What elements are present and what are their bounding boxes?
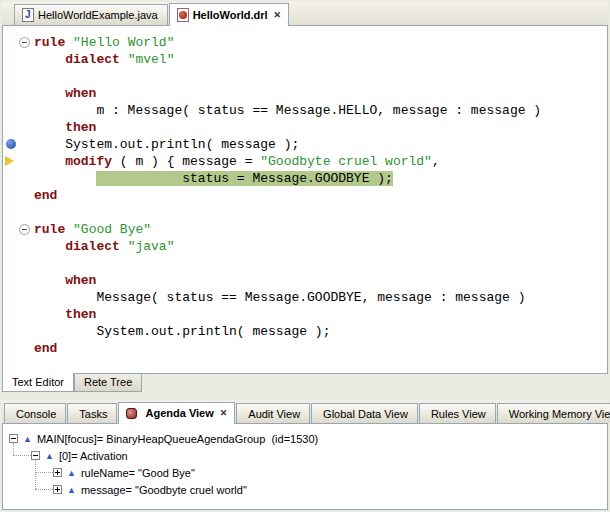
java-file-icon xyxy=(22,8,34,22)
code-token xyxy=(65,222,73,237)
code-token: m : Message( status == Message.HELLO, me… xyxy=(34,103,541,118)
code-token xyxy=(34,86,65,101)
view-tab-label: Global Data View xyxy=(323,408,408,420)
code-line-11[interactable] xyxy=(34,204,607,221)
view-tab-Working Memory View[interactable]: Working Memory View xyxy=(497,403,610,423)
keyword-token: rule xyxy=(34,35,65,50)
view-tab-Audit View[interactable]: Audit View xyxy=(236,403,310,423)
keyword-token: rule xyxy=(34,222,65,237)
code-token: Message( status == Message.GOODBYE, mess… xyxy=(34,290,525,305)
view-tab-bar: ConsoleTasksAgenda View✕Audit ViewGlobal… xyxy=(2,400,608,424)
editor-tab-label: HelloWorldExample.java xyxy=(38,9,158,21)
view-tab-label: Working Memory View xyxy=(509,408,610,420)
collapse-toggle-icon[interactable] xyxy=(19,37,30,48)
code-line-3[interactable] xyxy=(34,68,607,85)
code-line-15[interactable]: when xyxy=(34,272,607,289)
collapse-toggle-icon[interactable] xyxy=(19,224,30,235)
editor-tab-HelloWorld.drl[interactable]: HelloWorld.drl✕ xyxy=(169,3,290,25)
code-token: , xyxy=(432,154,440,169)
keyword-token: dialect xyxy=(65,239,120,254)
view-tab-Tasks[interactable]: Tasks xyxy=(67,403,117,423)
agenda-tree: ▲MAIN[focus]= BinaryHeapQueueAgendaGroup… xyxy=(2,424,608,510)
code-line-4[interactable]: when xyxy=(34,85,607,102)
expand-toggle-icon[interactable] xyxy=(53,468,62,477)
keyword-token: then xyxy=(65,120,96,135)
drl-file-icon xyxy=(177,8,189,22)
code-token: System.out.println( message ); xyxy=(34,137,299,152)
code-token xyxy=(120,52,128,67)
string-token: "java" xyxy=(128,239,175,254)
code-token xyxy=(34,239,65,254)
debug-current-line-arrow-icon xyxy=(5,156,14,166)
code-line-7[interactable]: System.out.println( message ); xyxy=(34,136,607,153)
view-tab-Global Data View[interactable]: Global Data View xyxy=(311,403,418,423)
code-line-12[interactable]: rule "Good Bye" xyxy=(34,221,607,238)
keyword-token: then xyxy=(65,307,96,322)
agenda-item-icon: ▲ xyxy=(67,468,76,478)
code-line-6[interactable]: then xyxy=(34,119,607,136)
collapse-toggle-icon[interactable] xyxy=(9,434,18,443)
tree-item-label: MAIN[focus]= BinaryHeapQueueAgendaGroup … xyxy=(37,433,318,445)
expand-toggle-icon[interactable] xyxy=(53,485,62,494)
code-area[interactable]: rule "Hello World" dialect "mvel" when m… xyxy=(32,26,607,373)
app-window: { "colors": { "keyword": "#7f1010", "str… xyxy=(0,0,610,512)
highlighted-token: status = Message.GOODBYE ); xyxy=(96,171,392,186)
tree-row-0[interactable]: ▲MAIN[focus]= BinaryHeapQueueAgendaGroup… xyxy=(3,430,607,447)
agenda-view-icon xyxy=(126,408,137,419)
view-tab-Rules View[interactable]: Rules View xyxy=(419,403,496,423)
code-line-17[interactable]: then xyxy=(34,306,607,323)
string-token: "Hello World" xyxy=(73,35,174,50)
agenda-item-icon: ▲ xyxy=(23,434,32,444)
code-line-13[interactable]: dialect "java" xyxy=(34,238,607,255)
collapse-toggle-icon[interactable] xyxy=(31,451,40,460)
code-token xyxy=(34,307,65,322)
keyword-token: end xyxy=(34,341,57,356)
string-token: "Good Bye" xyxy=(73,222,151,237)
agenda-item-icon: ▲ xyxy=(67,485,76,495)
view-tab-Console[interactable]: Console xyxy=(4,403,66,423)
view-tab-label: Rules View xyxy=(431,408,486,420)
agenda-item-icon: ▲ xyxy=(45,451,54,461)
editor-tab-bar: HelloWorldExample.javaHelloWorld.drl✕ xyxy=(2,2,608,26)
code-line-18[interactable]: System.out.println( message ); xyxy=(34,323,607,340)
code-token xyxy=(34,171,96,186)
keyword-token: when xyxy=(65,86,96,101)
view-tab-label: Audit View xyxy=(248,408,300,420)
tree-row-2[interactable]: ▲ruleName= "Good Bye" xyxy=(3,464,607,481)
marker-ruler[interactable] xyxy=(3,26,18,373)
view-tab-label: Agenda View xyxy=(145,407,213,419)
editor-tab-label: HelloWorld.drl xyxy=(193,9,268,21)
close-tab-icon[interactable]: ✕ xyxy=(274,10,282,20)
code-token xyxy=(34,52,65,67)
view-tab-Agenda View[interactable]: Agenda View✕ xyxy=(118,402,235,423)
code-line-19[interactable]: end xyxy=(34,340,607,357)
keyword-token: end xyxy=(34,188,57,203)
editor-tab-HelloWorldExample.java[interactable]: HelloWorldExample.java xyxy=(14,4,168,25)
code-line-14[interactable] xyxy=(34,255,607,272)
string-token: "Goodbyte cruel world" xyxy=(260,154,432,169)
breakpoint-icon[interactable] xyxy=(6,139,16,149)
keyword-token: dialect xyxy=(65,52,120,67)
code-token xyxy=(34,154,65,169)
page-tab-Text Editor[interactable]: Text Editor xyxy=(2,373,74,392)
code-token xyxy=(65,35,73,50)
code-line-10[interactable]: end xyxy=(34,187,607,204)
code-line-16[interactable]: Message( status == Message.GOODBYE, mess… xyxy=(34,289,607,306)
keyword-token: when xyxy=(65,273,96,288)
keyword-token: modify xyxy=(65,154,112,169)
code-line-1[interactable]: rule "Hello World" xyxy=(34,34,607,51)
code-line-5[interactable]: m : Message( status == Message.HELLO, me… xyxy=(34,102,607,119)
code-line-2[interactable]: dialect "mvel" xyxy=(34,51,607,68)
code-line-8[interactable]: modify ( m ) { message = "Goodbyte cruel… xyxy=(34,153,607,170)
folding-ruler xyxy=(18,26,32,373)
code-line-9[interactable]: status = Message.GOODBYE ); xyxy=(34,170,607,187)
tree-row-3[interactable]: ▲message= "Goodbyte cruel world" xyxy=(3,481,607,498)
code-token: ( m ) { message = xyxy=(112,154,260,169)
view-tab-label: Console xyxy=(16,408,56,420)
code-token xyxy=(34,273,65,288)
close-view-icon[interactable]: ✕ xyxy=(220,408,228,418)
editor-page-tab-bar: Text EditorRete Tree xyxy=(2,374,142,392)
tree-row-1[interactable]: ▲[0]= Activation xyxy=(3,447,607,464)
page-tab-Rete Tree[interactable]: Rete Tree xyxy=(74,374,142,392)
code-token xyxy=(34,120,65,135)
